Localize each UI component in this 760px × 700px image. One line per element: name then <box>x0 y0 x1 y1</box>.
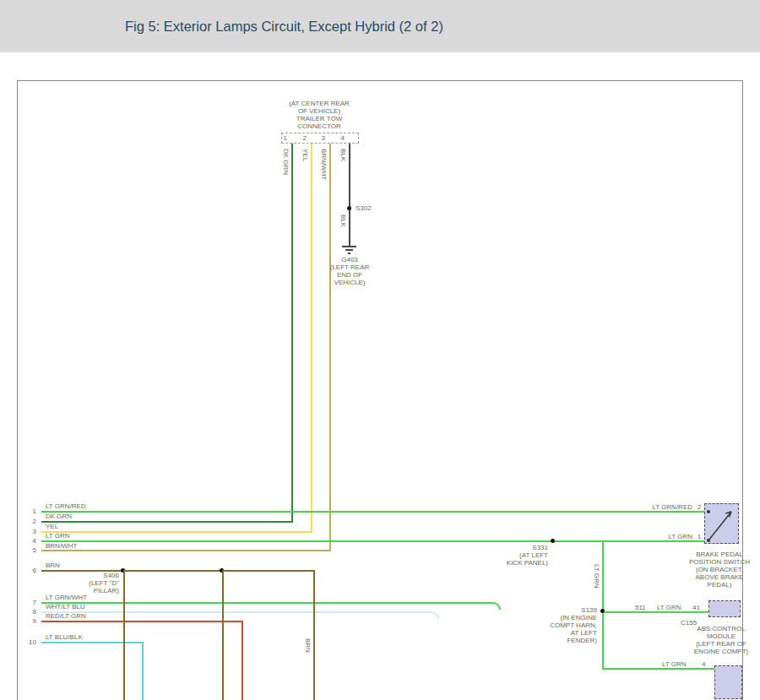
s139-location-2: COMPT HARN, <box>543 621 597 629</box>
abs-name-3: (LEFT REAR OF <box>687 640 755 648</box>
trailer-pin-1: 1 <box>277 134 287 142</box>
title-bar: Fig 5: Exterior Lamps Circuit, Except Hy… <box>0 0 760 52</box>
wire-2-dk-grn <box>41 521 293 523</box>
left-label-10: LT BLU/BLK <box>46 633 83 641</box>
wire-yel-vertical <box>311 144 312 533</box>
bottom-pin-number: 4 <box>702 660 705 668</box>
abs-module-name: ABS CONTROL MODULE (LEFT REAR OF ENGINE … <box>687 625 755 655</box>
s139-location-3: AT LEFT <box>543 629 597 637</box>
left-pin-9: 9 <box>21 617 36 625</box>
trailer-connector-location-2: OF VEHICLE) <box>260 107 378 115</box>
ground-symbol-bar3 <box>348 252 350 254</box>
wire-label-yel: YEL <box>301 149 309 161</box>
wire-9-red-lt-grn <box>41 621 243 622</box>
left-label-8: WHT/LT BLU <box>46 603 85 610</box>
wire-bottom-lt-grn <box>602 668 714 670</box>
s139-location-1: (IN ENGINE <box>543 614 597 621</box>
s139-name: S139 <box>543 606 597 614</box>
left-pin-2: 2 <box>21 518 36 525</box>
brake-pin2-number: 2 <box>698 503 701 511</box>
bottom-wire-label: LT GRN <box>662 660 687 668</box>
brake-switch-box <box>704 503 739 544</box>
brake-name-2: POSITION SWITCH <box>683 558 756 566</box>
wire-lt-grn-vertical <box>602 540 604 670</box>
s406-location-2: PILLAR) <box>73 587 119 594</box>
wire-10-lt-blu-blk <box>41 642 144 643</box>
wire-1-lt-grn-red <box>41 511 704 513</box>
trailer-pin-3: 3 <box>315 134 325 142</box>
ground-location-2: END OF <box>316 271 383 279</box>
s331-name: S331 <box>497 544 548 551</box>
wire-abs-lt-grn <box>604 611 708 613</box>
wire-brn-branch-left <box>123 570 125 700</box>
wire-blk-vertical <box>349 144 350 246</box>
left-pin-1: 1 <box>21 507 36 515</box>
s139-location-4: FENDER) <box>543 637 597 644</box>
splice-s406-label: S406 (LEFT "D" PILLAR) <box>73 572 119 594</box>
left-label-1: LT GRN/RED <box>46 502 86 510</box>
wire-4-lt-grn <box>41 540 704 542</box>
left-pin-3: 3 <box>21 528 36 535</box>
ground-symbol-bar2 <box>345 249 353 251</box>
left-pin-8: 8 <box>21 608 36 616</box>
ground-symbol-bar1 <box>342 246 356 247</box>
figure-title: Fig 5: Exterior Lamps Circuit, Except Hy… <box>125 19 443 35</box>
wire-10-lt-blu-blk-vertical <box>142 642 144 700</box>
trailer-connector-name-1: TRAILER TOW <box>260 115 378 122</box>
splice-s302-dot <box>347 206 351 210</box>
abs-name-2: MODULE <box>687 632 755 640</box>
brake-name-4: ABOVE BRAKE <box>683 573 756 581</box>
s331-location-2: KICK PANEL) <box>497 559 548 567</box>
bottom-module-box <box>714 665 742 699</box>
wire-9-red-lt-grn-vertical <box>242 621 243 700</box>
left-label-7: LT GRN/WHT <box>46 594 87 601</box>
abs-name-4: ENGINE COMPT) <box>687 648 755 655</box>
left-pin-5: 5 <box>21 546 36 554</box>
s406-location-1: (LEFT "D" <box>73 579 119 587</box>
brake-switch-name: BRAKE PEDAL POSITION SWITCH (ON BRACKET,… <box>683 551 756 589</box>
left-label-5: BRN/WHT <box>46 542 77 550</box>
trailer-connector-location-1: (AT CENTER REAR <box>260 100 378 107</box>
figure-page: Fig 5: Exterior Lamps Circuit, Except Hy… <box>0 0 760 700</box>
wire-7-lt-grn-wht <box>41 602 493 604</box>
s406-name: S406 <box>73 572 119 579</box>
splice-s331-dot <box>551 539 555 543</box>
abs-circuit-number: 511 <box>635 604 646 611</box>
wiring-diagram-canvas: (AT CENTER REAR OF VEHICLE) TRAILER TOW … <box>17 80 743 700</box>
trailer-pin-2: 2 <box>296 134 307 142</box>
wire-label-lt-grn-vertical: LT GRN <box>593 564 600 589</box>
wire-label-brn-vertical: BRN <box>304 638 312 653</box>
wire-5-brn-wht <box>41 550 331 551</box>
left-label-6: BRN <box>46 562 60 569</box>
splice-s302-label: S302 <box>356 204 372 212</box>
left-label-4: LT GRN <box>46 532 70 540</box>
wire-brn-branch-right <box>313 570 315 700</box>
ground-location-3: VEHICLE) <box>316 279 383 286</box>
brake-name-5: PEDAL) <box>683 581 756 589</box>
left-label-2: DK GRN <box>46 513 72 520</box>
ground-name: G403 <box>316 256 383 263</box>
left-label-3: YEL <box>46 523 58 530</box>
wire-label-dk-grn: DK GRN <box>282 149 290 175</box>
wire-brn-wht-vertical <box>329 144 331 551</box>
wire-label-blk-1: BLK <box>339 149 347 161</box>
wire-label-blk-2: BLK <box>339 214 347 227</box>
abs-module-box <box>708 600 741 617</box>
brake-pin1-wire-label: LT GRN <box>652 533 692 540</box>
brake-pin1-number: 1 <box>698 533 701 540</box>
splice-s139-label: S139 (IN ENGINE COMPT HARN, AT LEFT FEND… <box>543 606 597 644</box>
brake-name-1: BRAKE PEDAL <box>683 551 756 558</box>
trailer-pin-4: 4 <box>334 134 345 142</box>
left-pin-7: 7 <box>21 599 36 606</box>
left-pin-10: 10 <box>21 638 36 646</box>
abs-wire-label: LT GRN <box>657 604 681 611</box>
ground-g403-label: G403 (LEFT REAR END OF VEHICLE) <box>316 256 383 286</box>
left-label-9: RED/LT GRN <box>46 612 86 620</box>
splice-s331-label: S331 (AT LEFT KICK PANEL) <box>497 544 548 567</box>
abs-name-1: ABS CONTROL <box>687 625 755 632</box>
s331-location-1: (AT LEFT <box>497 551 548 559</box>
wire-7-continuation-hook <box>493 602 501 610</box>
brake-name-3: (ON BRACKET, <box>683 566 756 573</box>
abs-pin-number: 41 <box>692 604 700 611</box>
trailer-connector-name-2: CONNECTOR <box>260 122 378 130</box>
